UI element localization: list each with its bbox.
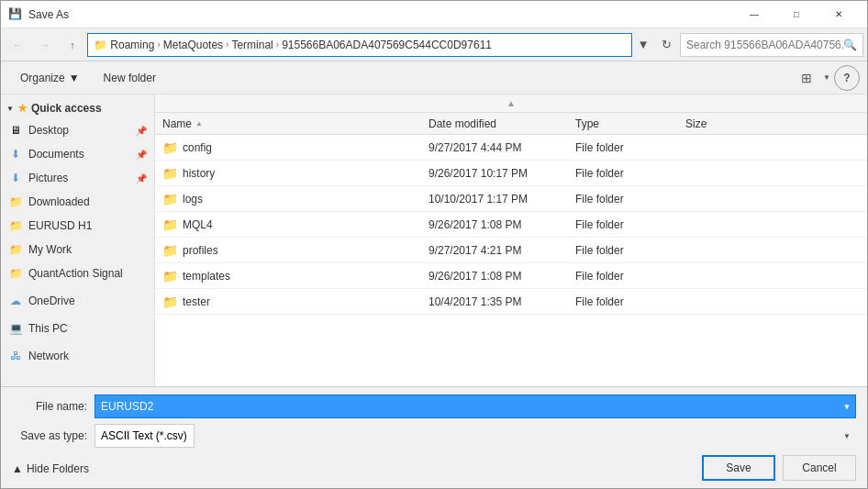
maximize-button[interactable]: □ [775, 1, 818, 28]
path-dropdown-button[interactable]: ▼ [634, 33, 652, 57]
back-button[interactable]: ← [5, 32, 30, 58]
table-row[interactable]: 📁 config 9/27/2017 4:44 PM File folder [155, 135, 867, 161]
file-name-cell: 📁 tester [155, 295, 421, 309]
network-icon: 🖧 [8, 349, 23, 363]
path-segment: 📁 Roaming › MetaQuotes › Terminal › 9155… [94, 39, 492, 51]
file-type-cell: File folder [568, 244, 678, 257]
column-size[interactable]: Size [678, 117, 751, 130]
file-name-text: MQL4 [183, 218, 213, 231]
cancel-button[interactable]: Cancel [783, 455, 856, 481]
network-label: Network [28, 350, 69, 362]
save-button[interactable]: Save [702, 455, 775, 481]
view-button[interactable]: ⊞ [794, 65, 819, 91]
thispc-icon: 💻 [8, 321, 23, 336]
table-row[interactable]: 📁 templates 9/26/2017 1:08 PM File folde… [155, 263, 867, 289]
hide-folders-label: Hide Folders [27, 462, 89, 475]
table-row[interactable]: 📁 profiles 9/27/2017 4:21 PM File folder [155, 238, 867, 263]
address-path[interactable]: 📁 Roaming › MetaQuotes › Terminal › 9155… [87, 33, 632, 57]
search-box[interactable]: 🔍 [680, 33, 863, 57]
sidebar-item-eurusd[interactable]: 📁 EURUSD H1 [1, 214, 154, 238]
forward-button[interactable]: → [32, 32, 58, 58]
pin-icon-docs: 📌 [136, 150, 147, 160]
file-name-cell: 📁 history [155, 166, 421, 181]
column-name[interactable]: Name ▲ [155, 117, 421, 130]
file-name-text: templates [183, 270, 230, 283]
help-button[interactable]: ? [834, 65, 860, 91]
file-name-text: config [183, 141, 212, 154]
organize-label: Organize [20, 72, 65, 84]
file-type-cell: File folder [568, 193, 678, 206]
scroll-up-area: ▲ [155, 94, 867, 113]
pin-icon-pics: 📌 [136, 173, 147, 183]
file-date-cell: 9/27/2017 4:21 PM [421, 244, 568, 257]
desktop-label: Desktop [28, 124, 69, 137]
file-name-text: tester [183, 295, 210, 308]
up-button[interactable]: ↑ [60, 32, 85, 58]
thispc-section: 💻 This PC [1, 317, 154, 340]
onedrive-icon: ☁ [8, 294, 23, 308]
sidebar-item-desktop[interactable]: 🖥 Desktop 📌 [1, 118, 154, 142]
sidebar-item-downloaded[interactable]: 📁 Downloaded [1, 190, 154, 214]
filename-input[interactable] [95, 395, 856, 418]
eurusd-label: EURUSD H1 [28, 219, 92, 232]
file-name-cell: 📁 profiles [155, 243, 421, 258]
save-as-dialog: 💾 Save As — □ ✕ ← → ↑ 📁 Roaming › MetaQu… [0, 0, 868, 489]
mywork-folder-icon: 📁 [8, 242, 23, 257]
bottom-action-row: ▲ Hide Folders Save Cancel [12, 453, 856, 481]
search-input[interactable] [686, 39, 843, 51]
search-icon: 🔍 [843, 39, 857, 51]
file-type-cell: File folder [568, 218, 678, 231]
refresh-button[interactable]: ↻ [654, 33, 678, 57]
sidebar-item-onedrive[interactable]: ☁ OneDrive [1, 289, 154, 313]
close-button[interactable]: ✕ [818, 1, 860, 28]
file-name-text: history [183, 167, 215, 180]
onedrive-section: ☁ OneDrive [1, 289, 154, 313]
desktop-icon: 🖥 [8, 123, 23, 138]
window-title: Save As [28, 8, 733, 21]
column-date[interactable]: Date modified [421, 117, 568, 130]
file-date-cell: 9/26/2017 1:08 PM [421, 270, 568, 283]
folder-icon: 📁 [162, 269, 177, 283]
new-folder-label: New folder [104, 72, 156, 84]
main-content: ▼ ★ Quick access 🖥 Desktop 📌 ⬇ Documents… [1, 94, 867, 386]
hide-folders-control[interactable]: ▲ Hide Folders [12, 459, 89, 475]
documents-icon: ⬇ [8, 147, 23, 161]
folder-icon: 📁 [162, 192, 177, 206]
new-folder-button[interactable]: New folder [92, 65, 168, 91]
file-type-cell: File folder [568, 167, 678, 180]
table-row[interactable]: 📁 logs 10/10/2017 1:17 PM File folder [155, 186, 867, 212]
savetype-select[interactable]: ASCII Text (*.csv) [95, 424, 195, 448]
pictures-label: Pictures [28, 172, 68, 184]
folder-icon: 📁 [162, 166, 177, 181]
column-type[interactable]: Type [568, 117, 678, 130]
file-rows: 📁 config 9/27/2017 4:44 PM File folder 📁… [155, 135, 867, 315]
table-row[interactable]: 📁 history 9/26/2017 10:17 PM File folder [155, 161, 867, 186]
quick-access-header[interactable]: ▼ ★ Quick access [1, 98, 154, 118]
sort-asc-icon: ▲ [195, 119, 203, 128]
file-list-header: Name ▲ Date modified Type Size [155, 113, 867, 135]
file-date-cell: 10/10/2017 1:17 PM [421, 193, 568, 206]
table-row[interactable]: 📁 tester 10/4/2017 1:35 PM File folder [155, 289, 867, 315]
thispc-label: This PC [28, 322, 68, 335]
sidebar-item-mywork[interactable]: 📁 My Work [1, 238, 154, 261]
sidebar-item-network[interactable]: 🖧 Network [1, 344, 154, 368]
sidebar-item-documents[interactable]: ⬇ Documents 📌 [1, 142, 154, 166]
minimize-button[interactable]: — [733, 1, 775, 28]
network-section: 🖧 Network [1, 344, 154, 368]
quick-access-arrow-icon: ▼ [6, 105, 14, 113]
file-date-cell: 10/4/2017 1:35 PM [421, 295, 568, 308]
sidebar-item-thispc[interactable]: 💻 This PC [1, 317, 154, 340]
quick-access-section: ▼ ★ Quick access 🖥 Desktop 📌 ⬇ Documents… [1, 98, 154, 285]
view-dropdown-icon: ▼ [823, 73, 830, 82]
table-row[interactable]: 📁 MQL4 9/26/2017 1:08 PM File folder [155, 212, 867, 238]
folder-icon: 📁 [162, 243, 177, 258]
sidebar-item-quantaction[interactable]: 📁 QuantAction Signal [1, 261, 154, 285]
mywork-label: My Work [28, 243, 72, 256]
organize-arrow-icon: ▼ [69, 72, 80, 84]
organize-button[interactable]: Organize ▼ [8, 65, 92, 91]
pin-icon: 📌 [136, 126, 147, 136]
sidebar-item-pictures[interactable]: ⬇ Pictures 📌 [1, 166, 154, 190]
quantaction-label: QuantAction Signal [28, 267, 123, 280]
file-name-cell: 📁 templates [155, 269, 421, 283]
window-icon: 💾 [8, 7, 23, 22]
